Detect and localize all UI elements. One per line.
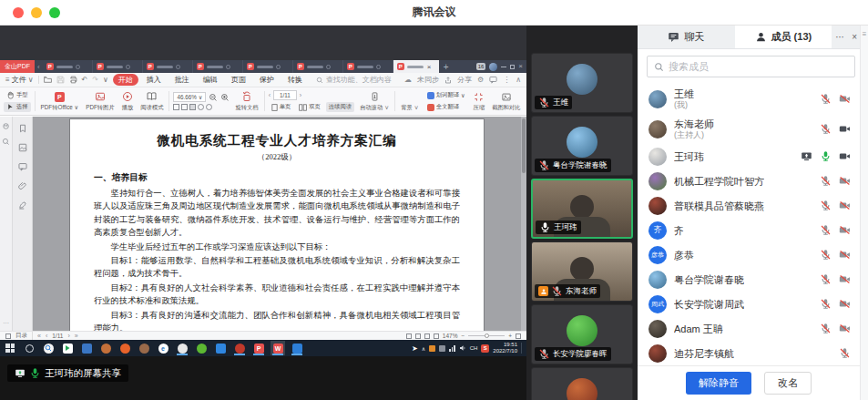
mic-icon[interactable] [820, 224, 832, 236]
member-row[interactable]: 王维 (我) [638, 84, 860, 114]
tray-folder-icon[interactable] [439, 345, 445, 352]
pdf-search-field[interactable]: 查找功能、文档内容 [316, 75, 392, 85]
camera-icon[interactable] [839, 323, 851, 334]
pdf-to-office-button[interactable]: P PDF转Office ∨ [39, 91, 81, 112]
print-icon[interactable] [69, 76, 77, 84]
zoom-percent-select[interactable]: 46.66%∨ [173, 92, 206, 102]
panel-close-icon[interactable]: × [852, 32, 857, 42]
pdf-to-image-button[interactable]: PDF转图片 [84, 91, 117, 112]
close-icon[interactable]: × [518, 63, 523, 70]
ribbon-tab-批注[interactable]: 批注 [169, 74, 195, 86]
camera-icon[interactable] [839, 298, 851, 310]
member-row[interactable]: 机械工程学院叶智方 [638, 169, 860, 193]
pdf-tab[interactable]: P [93, 60, 143, 73]
network-signal-icon[interactable] [449, 345, 455, 352]
close-tab-icon[interactable]: × [427, 63, 432, 71]
tab-members[interactable]: 成员 (13) [735, 26, 832, 48]
pdf-brand-button[interactable]: 金山PDF [0, 60, 35, 73]
page-number-box[interactable]: 1/11 [273, 90, 297, 100]
bookmark-icon[interactable] [18, 124, 27, 133]
pdf-tab[interactable]: P [43, 60, 93, 73]
pdf-tab[interactable]: P [343, 60, 393, 73]
ribbon-tab-转换[interactable]: 转换 [282, 74, 308, 86]
snapshot-compare-button[interactable]: 截图和对比 [490, 91, 522, 112]
taskbar-round-app[interactable] [175, 341, 189, 355]
mic-icon[interactable] [820, 93, 832, 105]
next-page-icon[interactable]: › [300, 92, 301, 98]
member-row[interactable]: 粤台学院谢春晓 [638, 267, 860, 292]
kebab-menu-icon[interactable]: ⋮ [503, 76, 510, 84]
rotate-document-button[interactable]: 旋转文档 [233, 91, 260, 112]
video-tile[interactable]: 粤台学院谢春晓 [531, 116, 633, 176]
ribbon-tab-保护[interactable]: 保护 [254, 74, 280, 86]
taskbar-round-app[interactable] [98, 341, 113, 355]
share-label[interactable]: 分享 [457, 75, 472, 85]
ime-icon[interactable]: S [481, 344, 489, 353]
fullscreen-window-button[interactable] [49, 7, 60, 18]
member-search-input[interactable] [669, 61, 848, 72]
collapse-ribbon-icon[interactable]: ∧ [516, 76, 521, 84]
play-button[interactable]: 播放 [120, 91, 136, 112]
mic-icon[interactable] [820, 175, 832, 187]
ribbon-tab-页面[interactable]: 页面 [226, 74, 251, 86]
ribbon-tab-编辑[interactable]: 编辑 [198, 74, 223, 86]
member-row[interactable]: 齐 齐 [638, 218, 860, 242]
redo-icon[interactable]: ↷ [92, 76, 98, 84]
pdf-tab[interactable]: P [243, 60, 293, 73]
ribbon-tab-开始[interactable]: 开始 [113, 74, 138, 86]
compress-button[interactable]: 压缩 [472, 91, 487, 112]
prev-page-status-icon[interactable]: ‹ [46, 333, 47, 339]
camera-icon[interactable] [839, 273, 851, 285]
taskbar-media-play[interactable] [60, 341, 75, 355]
close-window-button[interactable] [13, 7, 24, 18]
continuous-read-button[interactable]: 连续阅读 [326, 102, 354, 112]
mic-icon[interactable] [820, 298, 832, 310]
member-row[interactable]: 彦恭 彦恭 [638, 242, 860, 267]
loupe-icon[interactable] [206, 104, 212, 110]
auto-scroll-button[interactable]: 自动滚动 ∨ [358, 91, 391, 112]
fit-width-icon[interactable] [173, 104, 179, 110]
assistant-icon[interactable] [2, 122, 10, 130]
tray-app-icon[interactable] [429, 345, 435, 352]
member-row[interactable]: 东海老师 (主持人) [638, 114, 860, 144]
fit-visible-icon[interactable] [189, 104, 196, 110]
hand-tool[interactable]: 手型 [4, 90, 31, 100]
view-mode-4-icon[interactable] [434, 333, 439, 339]
word-translate-button[interactable]: 划词翻译∨ [424, 90, 468, 100]
restore-icon[interactable] [510, 65, 515, 69]
mic-icon[interactable] [820, 323, 832, 334]
member-row[interactable]: 普联模具品管蔡晓燕 [638, 193, 860, 218]
taskbar-search-app[interactable] [41, 341, 56, 355]
tab-scroll-left-icon[interactable]: ‹ [35, 60, 43, 73]
mic-icon[interactable] [820, 123, 832, 135]
panel-more-icon[interactable]: ⋯ [835, 32, 844, 42]
panel-right-rail[interactable]: ≡ [860, 26, 868, 400]
file-menu[interactable]: ≡ 文件 ∨ [5, 75, 34, 85]
new-tab-button[interactable]: + [439, 60, 454, 73]
minimize-icon[interactable] [501, 67, 506, 67]
select-tool[interactable]: 选择 [4, 102, 31, 112]
member-row[interactable]: 王珂玮 [638, 144, 860, 169]
taskbar-square-app[interactable] [79, 341, 94, 355]
notification-badge[interactable]: 16 [476, 63, 486, 70]
last-page-icon[interactable]: » [75, 333, 78, 339]
video-tile[interactable] [531, 367, 633, 400]
zoom-out-icon[interactable] [209, 93, 218, 102]
double-page-button[interactable]: 双页 [296, 102, 323, 112]
save-icon[interactable] [56, 76, 65, 84]
toc-icon[interactable] [5, 333, 11, 339]
account-avatar[interactable] [489, 63, 497, 71]
taskbar-windows-logo[interactable] [3, 341, 17, 355]
status-page-number[interactable]: 1/11 [52, 333, 63, 339]
member-row[interactable]: 周武 长安学院谢周武 [638, 292, 860, 316]
view-mode-3-icon[interactable] [424, 333, 430, 339]
background-button[interactable]: 背景 ∨ [399, 91, 421, 112]
marquee-zoom-icon[interactable] [198, 104, 204, 110]
rename-button[interactable]: 改名 [764, 372, 812, 395]
sidebar-more-icon[interactable]: ⋯ [3, 320, 9, 327]
taskbar-round-app[interactable] [194, 341, 209, 355]
panel-menu-icon[interactable]: ≡ [863, 30, 867, 400]
taskbar-letter-app[interactable]: e [156, 341, 170, 355]
prev-page-icon[interactable]: ‹ [269, 92, 271, 98]
camera-icon[interactable] [839, 150, 851, 162]
